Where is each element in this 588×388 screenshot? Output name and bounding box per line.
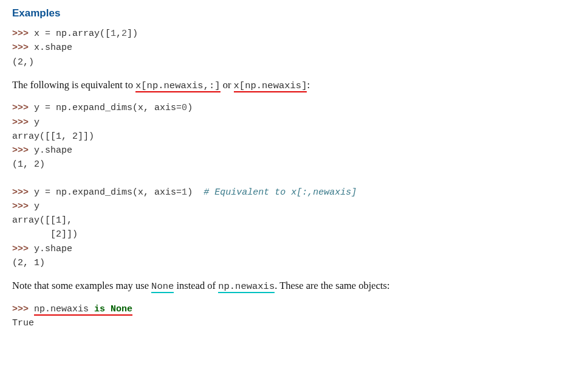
code-text: =	[176, 187, 182, 198]
prompt-marker: >>>	[12, 117, 34, 128]
code-text: y	[34, 187, 45, 198]
code-text: y.shape	[34, 145, 72, 156]
prose-text: :	[307, 79, 310, 91]
code-block-3: >>> y = np.expand_dims(x, axis=1) # Equi…	[12, 185, 576, 271]
code-text: )	[187, 187, 203, 198]
code-comment: # Equivalent to x[:,newaxis]	[203, 187, 357, 198]
code-output: True	[12, 318, 34, 328]
code-output: [2]])	[12, 229, 78, 240]
inline-code: x[np.newaxis,:]	[135, 80, 220, 92]
paragraph-2: Note that some examples may use None ins…	[12, 279, 576, 294]
prompt-marker: >>>	[12, 103, 34, 113]
code-block-4: >>> np.newaxis is None True	[12, 302, 576, 331]
prompt-marker: >>>	[12, 29, 34, 39]
code-text	[105, 304, 111, 316]
code-output: array([[1, 2]])	[12, 131, 94, 142]
code-text: =	[45, 29, 56, 39]
code-text: 2	[121, 29, 127, 39]
code-text: np.array([	[56, 29, 111, 39]
prompt-marker: >>>	[12, 201, 34, 212]
code-text: x.shape	[34, 43, 72, 53]
paragraph-1: The following is equivalent to x[np.newa…	[12, 78, 576, 93]
inline-code: x[np.newaxis]	[234, 80, 307, 92]
code-constant: None	[111, 304, 132, 316]
prose-text: instead of	[174, 280, 218, 291]
code-text: 1	[182, 187, 187, 198]
code-block-2: >>> y = np.expand_dims(x, axis=0) >>> y …	[12, 101, 576, 171]
code-text: =	[176, 103, 182, 113]
code-text: np.newaxis	[34, 304, 94, 316]
code-text: 0	[182, 103, 187, 113]
section-heading: Examples	[12, 7, 576, 19]
code-text: np.expand_dims(x, axis	[56, 103, 176, 113]
prose-text: The following is equivalent to	[12, 79, 135, 91]
code-text: ])	[127, 29, 138, 39]
code-output: (2,)	[12, 57, 34, 68]
prompt-marker: >>>	[12, 145, 34, 156]
code-text: np.expand_dims(x, axis	[56, 187, 176, 198]
code-text: 1	[111, 29, 116, 39]
code-text: y	[34, 103, 45, 113]
prose-text: . These are the same objects:	[275, 280, 389, 291]
prompt-marker: >>>	[12, 43, 34, 53]
prompt-marker: >>>	[12, 304, 34, 314]
code-text: ,	[116, 29, 121, 39]
prose-text: or	[220, 79, 234, 91]
code-output: (2, 1)	[12, 258, 45, 268]
inline-code: np.newaxis	[218, 281, 275, 293]
code-text: )	[187, 103, 193, 113]
code-text: y	[34, 201, 39, 212]
code-text: =	[45, 103, 56, 113]
inline-code: None	[151, 281, 174, 293]
prompt-marker: >>>	[12, 244, 34, 254]
code-block-1: >>> x = np.array([1,2]) >>> x.shape (2,)	[12, 27, 576, 69]
code-output: (1, 2)	[12, 159, 45, 170]
code-text: y	[34, 117, 39, 128]
code-keyword: is	[94, 304, 105, 316]
code-text: y.shape	[34, 244, 72, 254]
code-text: =	[45, 187, 56, 198]
code-text: x	[34, 29, 45, 39]
code-output: array([[1],	[12, 215, 72, 226]
prompt-marker: >>>	[12, 187, 34, 198]
prose-text: Note that some examples may use	[12, 280, 151, 291]
